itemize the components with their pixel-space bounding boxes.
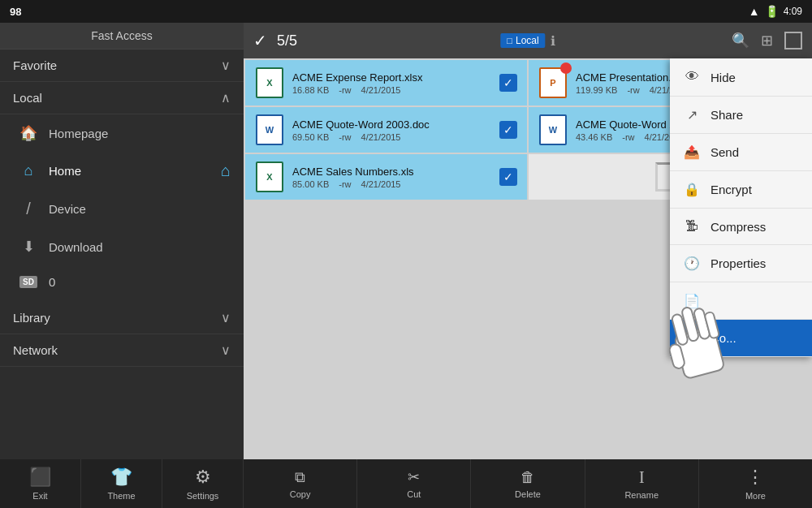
delete-button[interactable]: 🗑 Delete [471,459,585,508]
file-name-3: ACME Quote-Word 2003.doc [292,118,491,131]
status-right: ▲ 🔋 4:09 [749,5,802,18]
menu-item-hide[interactable]: 👁 Hide [670,58,812,97]
properties-icon: 🕐 [683,256,701,271]
file-info-3: ACME Quote-Word 2003.doc 69.50 KB -rw 4/… [292,118,491,142]
status-signal: 98 [10,6,21,18]
menu-item-compress[interactable]: 🗜 Compress [670,209,812,245]
exit-button[interactable]: ⬛ Exit [0,459,81,508]
settings-label: Settings [187,491,219,501]
favorite-label: Favorite [13,58,57,72]
rename-label: Rename [624,490,659,500]
download-label: Download [49,240,103,254]
menu-item-encrypt[interactable]: 🔒 Encrypt [670,171,812,209]
compress-icon: 🗜 [683,219,701,234]
file-item-3[interactable]: W ACME Quote-Word 2003.doc 69.50 KB -rw … [245,107,527,153]
sidebar-item-home[interactable]: ⌂ Home ⌂ [0,152,244,190]
file-size-3: 69.50 KB [292,132,329,142]
copy-button[interactable]: ⧉ Copy [244,459,357,508]
file-checkbox-5[interactable]: ✓ [499,168,517,186]
menu-item-properties[interactable]: 🕐 Properties [670,245,812,282]
cut-button[interactable]: ✂ Cut [357,459,471,508]
copy-label: Copy [290,489,311,499]
settings-button[interactable]: ⚙ Settings [162,459,243,508]
file-perms-5: -rw [339,179,351,189]
theme-icon: 👕 [110,467,132,488]
sidebar-item-device[interactable]: / Device [0,190,244,228]
sidebar-section-favorite[interactable]: Favorite ∨ [0,50,244,82]
delete-label: Delete [515,489,541,499]
rename-icon: I [639,468,645,487]
file-icon-pptx: P [538,68,568,97]
doc-icon: 📄 [683,293,701,308]
menu-item-send[interactable]: 📤 Send [670,134,812,171]
delete-icon: 🗑 [520,469,535,486]
content-area: ✓ 5/5 □ Local ℹ 🔍 ⊞ X [244,23,812,459]
properties-label: Properties [710,256,766,270]
file-name-1: ACME Expense Report.xlsx [292,71,491,84]
cut-label: Cut [407,489,421,499]
wifi-icon: ▲ [749,5,760,18]
home-icon: 🏠 [19,124,37,142]
bottom-nav-left: ⬛ Exit 👕 Theme ⚙ Settings [0,459,244,508]
rename-button[interactable]: I Rename [585,459,699,508]
info-icon[interactable]: ℹ [551,33,555,49]
check-icon: ✓ [253,31,267,50]
menu-item-doc[interactable]: 📄 [670,282,812,320]
file-name-5: ACME Sales Numbers.xls [292,166,491,178]
share-label: Share [710,108,743,122]
sidebar-item-download[interactable]: ⬇ Download [0,228,244,265]
grid-icon[interactable]: ⊞ [761,32,773,50]
menu-item-copy2[interactable]: 📋 Co... [670,320,812,357]
local-label: Local [13,91,42,105]
local-badge-icon: □ [507,36,512,45]
file-info-5: ACME Sales Numbers.xls 85.00 KB -rw 4/21… [292,166,491,189]
top-bar-actions: 🔍 ⊞ [732,32,802,50]
exit-icon: ⬛ [29,467,51,488]
library-label: Library [13,311,50,325]
bottom-nav: ⬛ Exit 👕 Theme ⚙ Settings ⧉ Copy ✂ Cut 🗑… [0,459,812,508]
search-icon[interactable]: 🔍 [732,32,749,50]
home-label: Home [49,164,81,178]
file-icon-doc-2: W [538,115,568,144]
clock: 4:09 [784,6,802,17]
send-label: Send [710,145,739,159]
file-perms-4: -rw [622,132,634,142]
file-meta-3: 69.50 KB -rw 4/21/2015 [292,132,491,142]
file-checkbox-1[interactable]: ✓ [499,74,517,92]
device-icon: / [19,200,37,218]
file-info-1: ACME Expense Report.xlsx 16.88 KB -rw 4/… [292,71,491,95]
file-date-3: 4/21/2015 [361,132,401,142]
sidebar-section-network[interactable]: Network ∨ [0,334,244,367]
theme-label: Theme [107,491,135,501]
file-size-1: 16.88 KB [292,85,329,95]
more-label: More [745,491,766,501]
file-perms-1: -rw [339,85,351,95]
sd-label: 0 [49,275,55,289]
file-item-1[interactable]: X ACME Expense Report.xlsx 16.88 KB -rw … [245,60,527,105]
file-item-5[interactable]: X ACME Sales Numbers.xls 85.00 KB -rw 4/… [245,154,527,200]
download-icon: ⬇ [19,238,37,256]
encrypt-icon: 🔒 [683,182,701,197]
file-icon-xlsx-2: X [255,162,284,192]
file-checkbox-3[interactable]: ✓ [499,121,517,139]
more-button[interactable]: ⋮ More [699,459,812,508]
battery-icon: 🔋 [765,5,779,18]
file-meta-1: 16.88 KB -rw 4/21/2015 [292,85,491,95]
menu-item-share[interactable]: ↗ Share [670,97,812,134]
select-all-icon[interactable] [784,32,802,50]
pptx-red-dot [560,62,572,74]
theme-button[interactable]: 👕 Theme [81,459,162,508]
sidebar-section-local[interactable]: Local ∧ [0,82,244,114]
home-shortcut-icon: ⌂ [221,161,231,180]
share-icon: ↗ [683,107,701,123]
network-chevron: ∨ [221,342,231,358]
sidebar-section-library[interactable]: Library ∨ [0,302,244,334]
sd-icon: SD [19,276,37,288]
file-icon-doc-1: W [255,115,284,144]
sidebar-item-homepage[interactable]: 🏠 Homepage [0,114,244,152]
sidebar-item-sd[interactable]: SD 0 [0,265,244,299]
local-chevron: ∧ [221,90,231,105]
compress-label: Compress [710,220,766,234]
sidebar: Fast Access Favorite ∨ Local ∧ 🏠 Homepag… [0,23,244,459]
exit-label: Exit [32,491,47,501]
